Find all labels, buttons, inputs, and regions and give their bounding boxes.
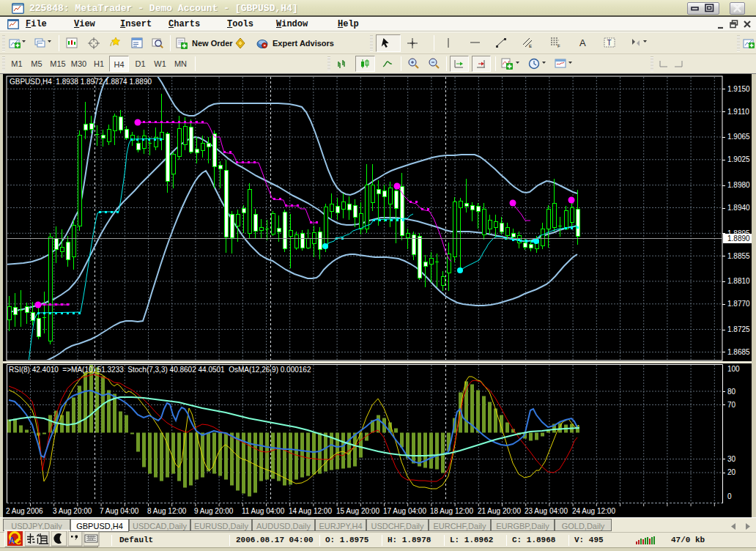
svg-text:0: 0 [727, 492, 732, 500]
svg-text:GBPUSD,H4 1.8938 1.8972 1.887: GBPUSD,H4 1.8938 1.8972 1.8874 1.8890 [10, 78, 152, 86]
svg-text:1.9025: 1.9025 [727, 155, 750, 163]
svg-text:8 Aug 12:00: 8 Aug 12:00 [147, 507, 187, 515]
svg-text:17 Aug 04:00: 17 Aug 04:00 [383, 507, 426, 515]
svg-text:2 Aug 2006: 2 Aug 2006 [6, 507, 43, 515]
svg-text:A: A [579, 37, 586, 48]
svg-text:20: 20 [727, 468, 736, 476]
svg-text:1.9150: 1.9150 [727, 85, 750, 93]
svg-text:1.8725: 1.8725 [727, 325, 750, 333]
svg-text:1.8980: 1.8980 [727, 181, 750, 189]
svg-text:1.8940: 1.8940 [727, 204, 750, 212]
svg-text:80: 80 [727, 388, 736, 396]
svg-text:18 Aug 12:00: 18 Aug 12:00 [430, 507, 473, 515]
svg-text:7 Aug 04:00: 7 Aug 04:00 [100, 507, 139, 515]
svg-text:A: A [9, 536, 15, 546]
svg-text:1.9110: 1.9110 [727, 108, 749, 116]
svg-text:1.8770: 1.8770 [727, 300, 750, 308]
svg-text:1.8855: 1.8855 [727, 252, 750, 260]
svg-text:30: 30 [727, 455, 736, 463]
svg-text:C: C [15, 537, 21, 546]
svg-text:1.8890: 1.8890 [727, 234, 750, 243]
svg-text:RSI(8) 42.4010 =>MA(10) 51.32: RSI(8) 42.4010 =>MA(10) 51.3233 Stoch(7,… [9, 366, 311, 374]
svg-text:24 Aug 12:00: 24 Aug 12:00 [572, 507, 615, 515]
svg-text:23 Aug 04:00: 23 Aug 04:00 [525, 507, 568, 515]
svg-text:11 Aug 04:00: 11 Aug 04:00 [242, 507, 285, 515]
svg-text:E: E [529, 44, 532, 48]
svg-text:70: 70 [727, 401, 736, 409]
svg-text:1.8685: 1.8685 [727, 348, 750, 356]
svg-text:1.9065: 1.9065 [727, 133, 750, 141]
svg-text:3 Aug 20:00: 3 Aug 20:00 [53, 507, 92, 515]
svg-text:14 Aug 12:00: 14 Aug 12:00 [289, 507, 332, 515]
svg-text:15 Aug 20:00: 15 Aug 20:00 [336, 507, 379, 515]
svg-text:100: 100 [727, 365, 740, 373]
svg-text:T: T [607, 39, 612, 47]
svg-text:21 Aug 20:00: 21 Aug 20:00 [478, 507, 521, 515]
svg-text:1.8810: 1.8810 [727, 277, 750, 285]
svg-text:9 Aug 20:00: 9 Aug 20:00 [194, 507, 234, 515]
svg-text:F: F [557, 44, 560, 48]
